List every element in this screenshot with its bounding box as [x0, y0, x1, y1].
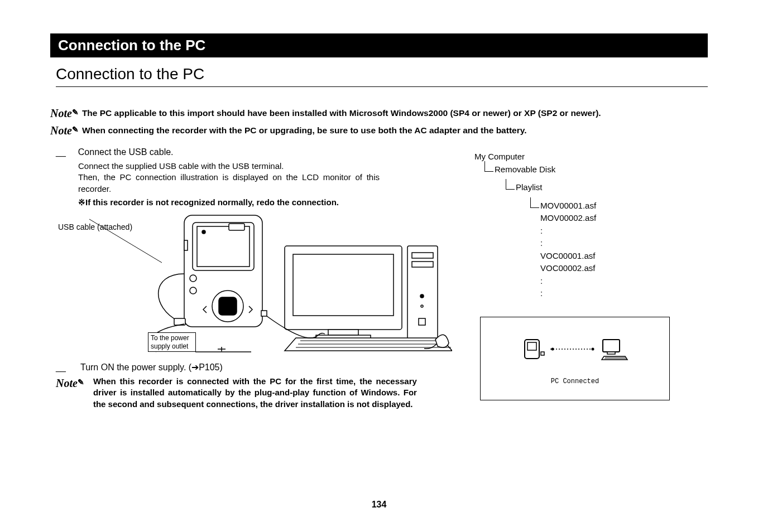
- step1-body: Connect the supplied USB cable with the …: [78, 161, 380, 195]
- svg-point-20: [421, 305, 423, 307]
- tree-file: :: [540, 225, 708, 238]
- note-icon: Note✎: [56, 377, 84, 411]
- step1-warning: ※If this recorder is not recognized norm…: [78, 197, 380, 208]
- svg-rect-32: [603, 340, 620, 352]
- svg-rect-13: [293, 254, 394, 316]
- svg-rect-8: [184, 240, 188, 250]
- svg-point-9: [190, 275, 196, 282]
- step2-heading: Turn ON the power supply. (➔P105): [78, 362, 452, 373]
- pc-connected-illustration: PC Connected: [480, 317, 670, 400]
- svg-rect-5: [229, 224, 244, 230]
- tree-file: MOV00001.asf: [540, 200, 708, 212]
- pencil-icon: ✎: [72, 125, 79, 134]
- svg-point-4: [202, 230, 205, 234]
- svg-rect-14: [328, 330, 358, 335]
- file-tree: My Computer Removable Disk Playlist MOV0…: [474, 151, 708, 300]
- svg-rect-18: [412, 262, 433, 267]
- tree-playlist: Playlist: [516, 181, 708, 194]
- title-bar: Connection to the PC: [50, 33, 708, 57]
- recorder-small-icon: [521, 337, 545, 361]
- connection-diagram: To the power supply outlet: [50, 212, 452, 357]
- svg-rect-21: [419, 318, 425, 325]
- page-number: 134: [372, 500, 387, 510]
- svg-point-30: [551, 347, 554, 350]
- pc-connected-icons: [521, 337, 629, 361]
- tree-file: VOC00001.asf: [540, 250, 708, 263]
- tree-root: My Computer: [474, 151, 708, 163]
- tree-file: MOV00002.asf: [540, 212, 708, 225]
- note-line-3: Note✎ When this recorder is connected wi…: [56, 376, 452, 410]
- power-outlet-label: To the power supply outlet: [148, 332, 196, 352]
- svg-line-0: [89, 219, 162, 263]
- svg-point-31: [592, 347, 594, 350]
- note-line-1: Note✎ The PC applicable to this import s…: [50, 106, 708, 119]
- subtitle: Connection to the PC: [56, 65, 708, 87]
- svg-rect-16: [407, 246, 438, 341]
- tree-file: :: [540, 237, 708, 250]
- tree-file: VOC00002.asf: [540, 262, 708, 275]
- pencil-icon: ✎: [78, 378, 84, 386]
- note-icon: Note✎: [50, 124, 79, 137]
- pc-connected-label: PC Connected: [551, 378, 599, 385]
- dotted-connection-icon: [550, 344, 595, 355]
- svg-rect-7: [219, 297, 237, 315]
- svg-rect-27: [527, 342, 536, 350]
- tree-removable-disk: Removable Disk: [495, 163, 708, 176]
- svg-point-10: [190, 287, 196, 294]
- pc-small-icon: [601, 337, 629, 361]
- svg-rect-17: [412, 253, 433, 258]
- note3-text: When this recorder is connected with the…: [93, 376, 417, 410]
- pencil-icon: ✎: [72, 108, 79, 117]
- svg-rect-28: [541, 352, 544, 355]
- note-line-2: Note✎ When connecting the recorder with …: [50, 123, 708, 136]
- note-icon: Note✎: [50, 107, 79, 120]
- svg-rect-33: [607, 352, 615, 354]
- note1-text: The PC applicable to this import should …: [82, 108, 601, 118]
- tree-file: :: [540, 275, 708, 288]
- tree-file: :: [540, 287, 708, 300]
- note2-text: When connecting the recorder with the PC…: [82, 125, 527, 136]
- step1-heading: Connect the USB cable.: [78, 147, 452, 157]
- diagram-svg: [50, 212, 452, 357]
- svg-point-19: [420, 294, 424, 298]
